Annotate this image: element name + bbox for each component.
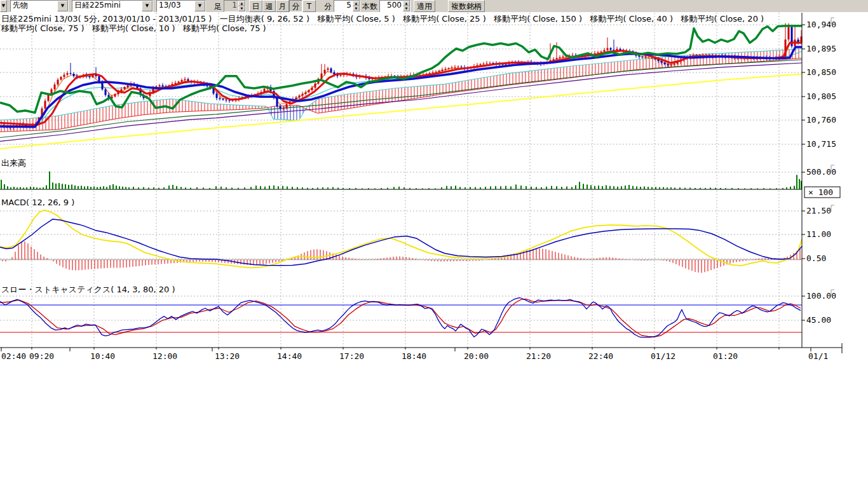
- chart-legend-line2: 移動平均( Close, 75 ) 移動平均( Close, 10 ) 移動平均…: [1, 23, 266, 34]
- x-axis-time-label: 22:40: [588, 351, 613, 361]
- x-axis-time-label: 21:20: [526, 351, 551, 361]
- x-axis-time-label: 14:40: [277, 351, 302, 361]
- y-axis-tick-label: 10,895: [806, 44, 836, 53]
- y-axis-tick-label: 45.00: [806, 315, 831, 325]
- x-axis-time-label: 09:20: [29, 351, 54, 361]
- trading-chart-window: ▼ 先物 ▼ 日経225mini ▼ 13/03 ▼ 足 1 ▲▼ 日 週 月 …: [0, 0, 868, 488]
- x-axis-time-label: 01:20: [713, 351, 738, 361]
- x-axis-time-label: 01/1: [808, 351, 828, 361]
- x-axis-time-label: 18:40: [402, 351, 426, 361]
- volume-panel-title: 出来高: [1, 158, 26, 169]
- y-axis-tick-label: 10,850: [806, 67, 836, 77]
- x-axis-time-label: 01/12: [651, 351, 675, 361]
- y-axis-tick-label: 0.50: [806, 254, 826, 263]
- y-axis-tick-label: 100.00: [806, 291, 836, 301]
- volume-scale-label: × 100: [808, 187, 833, 197]
- y-axis-tick-label: 21.50: [806, 206, 831, 215]
- x-axis-time-label: 12:00: [153, 351, 177, 361]
- y-axis-tick-label: 10,760: [806, 115, 836, 125]
- x-axis-time-label: 20:00: [464, 351, 489, 361]
- x-axis-time-label: 13:20: [215, 351, 240, 361]
- y-axis-tick-label: 10,715: [806, 139, 836, 149]
- x-axis-time-label: 17:20: [339, 351, 364, 361]
- x-axis-time-label: 10:40: [90, 351, 115, 361]
- y-axis-tick-label: 10,940: [806, 20, 836, 29]
- stochastics-panel-title: スロー・ストキャスティクス( 14, 3, 80, 20 ): [1, 284, 175, 295]
- y-axis-tick-label: 11.00: [806, 229, 831, 239]
- macd-panel-title: MACD( 12, 26, 9 ): [1, 198, 74, 207]
- chart-area[interactable]: 10,94010,89510,85010,80510,76010,715500.…: [0, 0, 868, 488]
- x-axis-time-label: 02:40: [1, 351, 26, 361]
- y-axis-tick-label: 500.00: [806, 167, 836, 177]
- y-axis-tick-label: 10,805: [806, 92, 836, 101]
- volume-scale-box: × 100: [804, 187, 840, 198]
